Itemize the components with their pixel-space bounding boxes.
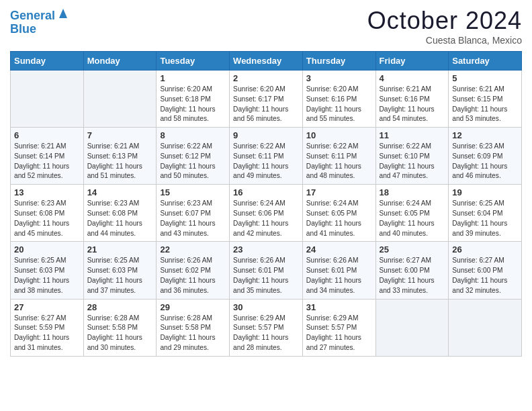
table-row: 7Sunrise: 6:21 AMSunset: 6:13 PMDaylight… [83,128,157,185]
day-info: Sunrise: 6:24 AMSunset: 6:06 PMDaylight:… [233,199,299,238]
logo-text-block: General Blue [10,9,70,36]
table-row: 3Sunrise: 6:20 AMSunset: 6:16 PMDaylight… [302,71,375,128]
header-monday: Monday [83,52,157,71]
table-row: 18Sunrise: 6:24 AMSunset: 6:05 PMDayligh… [375,185,449,242]
day-number: 3 [306,73,372,83]
day-number: 5 [452,73,518,83]
svg-marker-0 [59,9,67,18]
table-row: 28Sunrise: 6:28 AMSunset: 5:58 PMDayligh… [83,299,157,356]
header: General Blue October 2024 Cuesta Blanca,… [10,7,522,46]
header-tuesday: Tuesday [157,52,230,71]
day-number: 8 [160,130,226,140]
table-row: 8Sunrise: 6:22 AMSunset: 6:12 PMDaylight… [157,128,230,185]
day-info: Sunrise: 6:20 AMSunset: 6:16 PMDaylight:… [306,85,372,124]
header-sunday: Sunday [11,52,84,71]
table-row: 13Sunrise: 6:23 AMSunset: 6:08 PMDayligh… [11,185,84,242]
calendar-table: Sunday Monday Tuesday Wednesday Thursday… [10,51,522,357]
table-row: 5Sunrise: 6:21 AMSunset: 6:15 PMDaylight… [449,71,522,128]
day-number: 31 [306,302,372,312]
table-row: 10Sunrise: 6:22 AMSunset: 6:11 PMDayligh… [302,128,375,185]
day-number: 30 [233,302,299,312]
day-info: Sunrise: 6:21 AMSunset: 6:16 PMDaylight:… [380,85,445,124]
day-info: Sunrise: 6:20 AMSunset: 6:17 PMDaylight:… [233,85,299,124]
table-row: 12Sunrise: 6:23 AMSunset: 6:09 PMDayligh… [449,128,522,185]
day-number: 10 [306,130,372,140]
table-row: 25Sunrise: 6:27 AMSunset: 6:00 PMDayligh… [375,242,449,299]
day-number: 20 [14,244,80,255]
day-info: Sunrise: 6:22 AMSunset: 6:10 PMDaylight:… [380,142,445,181]
day-info: Sunrise: 6:28 AMSunset: 5:58 PMDaylight:… [87,314,153,353]
day-number: 11 [380,130,445,140]
calendar-week-3: 13Sunrise: 6:23 AMSunset: 6:08 PMDayligh… [11,185,522,242]
day-info: Sunrise: 6:25 AMSunset: 6:04 PMDaylight:… [452,199,518,238]
table-row: 15Sunrise: 6:23 AMSunset: 6:07 PMDayligh… [157,185,230,242]
table-row: 9Sunrise: 6:22 AMSunset: 6:11 PMDaylight… [230,128,303,185]
table-row: 29Sunrise: 6:28 AMSunset: 5:58 PMDayligh… [157,299,230,356]
day-info: Sunrise: 6:27 AMSunset: 6:00 PMDaylight:… [452,256,518,295]
day-number: 24 [306,244,372,255]
day-number: 18 [380,187,445,197]
logo-line1: General [10,9,55,23]
table-row: 26Sunrise: 6:27 AMSunset: 6:00 PMDayligh… [449,242,522,299]
table-row: 27Sunrise: 6:27 AMSunset: 5:59 PMDayligh… [11,299,84,356]
day-number: 6 [14,130,80,140]
day-info: Sunrise: 6:25 AMSunset: 6:03 PMDaylight:… [14,256,80,295]
table-row: 23Sunrise: 6:26 AMSunset: 6:01 PMDayligh… [230,242,303,299]
day-info: Sunrise: 6:21 AMSunset: 6:15 PMDaylight:… [452,85,518,124]
day-info: Sunrise: 6:23 AMSunset: 6:08 PMDaylight:… [87,199,153,238]
title-section: October 2024 Cuesta Blanca, Mexico [367,7,522,46]
day-number: 17 [306,187,372,197]
calendar-week-4: 20Sunrise: 6:25 AMSunset: 6:03 PMDayligh… [11,242,522,299]
day-number: 4 [380,73,445,83]
day-info: Sunrise: 6:26 AMSunset: 6:02 PMDaylight:… [160,256,226,295]
day-info: Sunrise: 6:22 AMSunset: 6:11 PMDaylight:… [233,142,299,181]
day-number: 1 [160,73,226,83]
table-row: 11Sunrise: 6:22 AMSunset: 6:10 PMDayligh… [375,128,449,185]
day-number: 29 [160,302,226,312]
table-row: 22Sunrise: 6:26 AMSunset: 6:02 PMDayligh… [157,242,230,299]
day-number: 14 [87,187,153,197]
table-row: 31Sunrise: 6:29 AMSunset: 5:57 PMDayligh… [302,299,375,356]
calendar-week-1: 1Sunrise: 6:20 AMSunset: 6:18 PMDaylight… [11,71,522,128]
day-info: Sunrise: 6:21 AMSunset: 6:14 PMDaylight:… [14,142,80,181]
day-number: 2 [233,73,299,83]
table-row: 14Sunrise: 6:23 AMSunset: 6:08 PMDayligh… [83,185,157,242]
day-info: Sunrise: 6:27 AMSunset: 5:59 PMDaylight:… [14,314,80,353]
header-wednesday: Wednesday [230,52,303,71]
logo-triangle-icon [56,6,70,19]
header-friday: Friday [375,52,449,71]
day-number: 26 [452,244,518,255]
day-number: 12 [452,130,518,140]
calendar-week-5: 27Sunrise: 6:27 AMSunset: 5:59 PMDayligh… [11,299,522,356]
day-number: 21 [87,244,153,255]
table-row [83,71,157,128]
day-info: Sunrise: 6:25 AMSunset: 6:03 PMDaylight:… [87,256,153,295]
day-info: Sunrise: 6:22 AMSunset: 6:12 PMDaylight:… [160,142,226,181]
day-info: Sunrise: 6:23 AMSunset: 6:09 PMDaylight:… [452,142,518,181]
table-row: 1Sunrise: 6:20 AMSunset: 6:18 PMDaylight… [157,71,230,128]
day-number: 7 [87,130,153,140]
day-number: 28 [87,302,153,312]
month-title: October 2024 [367,7,522,35]
day-info: Sunrise: 6:29 AMSunset: 5:57 PMDaylight:… [306,314,372,353]
day-info: Sunrise: 6:26 AMSunset: 6:01 PMDaylight:… [306,256,372,295]
day-number: 16 [233,187,299,197]
table-row: 6Sunrise: 6:21 AMSunset: 6:14 PMDaylight… [11,128,84,185]
table-row: 19Sunrise: 6:25 AMSunset: 6:04 PMDayligh… [449,185,522,242]
day-number: 13 [14,187,80,197]
table-row: 4Sunrise: 6:21 AMSunset: 6:16 PMDaylight… [375,71,449,128]
table-row [449,299,522,356]
table-row: 24Sunrise: 6:26 AMSunset: 6:01 PMDayligh… [302,242,375,299]
day-info: Sunrise: 6:24 AMSunset: 6:05 PMDaylight:… [306,199,372,238]
day-info: Sunrise: 6:22 AMSunset: 6:11 PMDaylight:… [306,142,372,181]
day-info: Sunrise: 6:23 AMSunset: 6:08 PMDaylight:… [14,199,80,238]
day-info: Sunrise: 6:20 AMSunset: 6:18 PMDaylight:… [160,85,226,124]
table-row: 16Sunrise: 6:24 AMSunset: 6:06 PMDayligh… [230,185,303,242]
logo: General Blue [10,9,70,36]
day-info: Sunrise: 6:27 AMSunset: 6:00 PMDaylight:… [380,256,445,295]
day-info: Sunrise: 6:29 AMSunset: 5:57 PMDaylight:… [233,314,299,353]
calendar-header-row: Sunday Monday Tuesday Wednesday Thursday… [11,52,522,71]
table-row [375,299,449,356]
location: Cuesta Blanca, Mexico [367,35,522,46]
table-row [11,71,84,128]
